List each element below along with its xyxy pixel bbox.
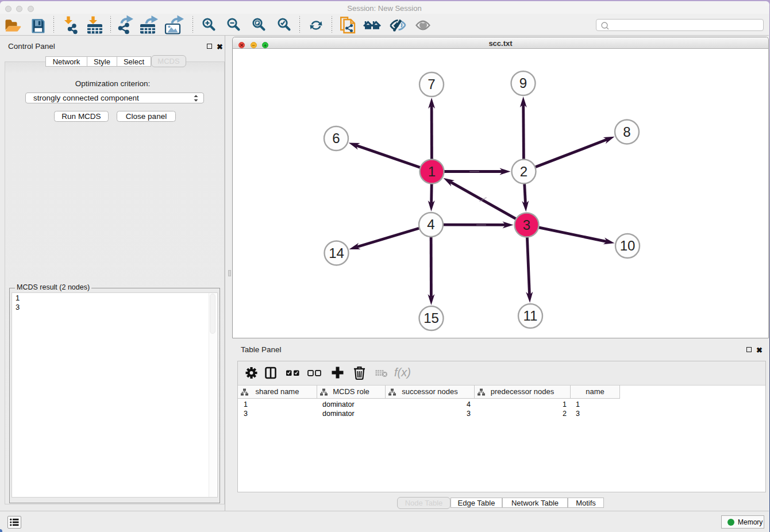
- svg-text:3: 3: [523, 217, 530, 233]
- svg-text:8: 8: [623, 124, 630, 140]
- svg-text:f(x): f(x): [394, 366, 411, 379]
- svg-text:7: 7: [428, 76, 435, 92]
- svg-text:6: 6: [332, 130, 340, 146]
- svg-text:10: 10: [620, 238, 636, 253]
- svg-text:9: 9: [519, 75, 527, 91]
- svg-text:14: 14: [329, 245, 344, 261]
- svg-text:4: 4: [427, 217, 434, 232]
- svg-text:2: 2: [520, 164, 528, 179]
- svg-text:1: 1: [428, 164, 436, 179]
- svg-text:11: 11: [523, 308, 538, 323]
- svg-text:15: 15: [424, 310, 439, 326]
